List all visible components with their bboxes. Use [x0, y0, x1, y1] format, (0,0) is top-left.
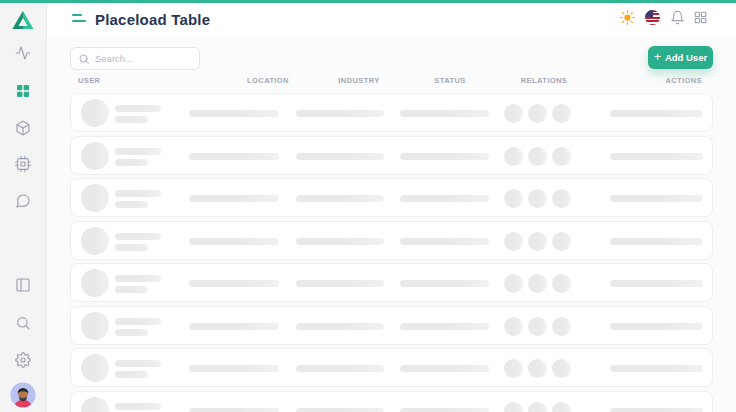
activity-icon: [15, 45, 31, 61]
name-skeleton: [115, 403, 161, 410]
search-input[interactable]: [95, 48, 195, 69]
apps-grid-icon: [693, 10, 708, 25]
search-icon: [78, 53, 90, 65]
relation-skeleton: [552, 274, 571, 293]
relation-skeleton: [528, 147, 547, 166]
subtitle-skeleton: [115, 244, 148, 251]
table-body: [70, 93, 713, 412]
industry-skeleton: [296, 323, 384, 330]
name-skeleton: [115, 190, 161, 197]
location-skeleton: [189, 238, 279, 245]
actions-skeleton: [610, 195, 703, 202]
column-header-industry: INDUSTRY: [338, 76, 379, 85]
relation-skeleton: [528, 104, 547, 123]
status-skeleton: [400, 153, 489, 160]
industry-skeleton: [296, 153, 384, 160]
location-skeleton: [189, 408, 279, 412]
relation-skeleton: [528, 402, 547, 412]
notifications-button[interactable]: [668, 8, 686, 26]
industry-skeleton: [296, 365, 384, 372]
language-selector[interactable]: [643, 8, 661, 26]
add-user-label: Add User: [665, 52, 707, 63]
subtitle-skeleton: [115, 201, 148, 208]
subtitle-skeleton: [115, 116, 148, 123]
theme-toggle-button[interactable]: [618, 8, 636, 26]
add-user-button[interactable]: + Add User: [648, 46, 713, 69]
table-row: [70, 93, 713, 132]
relation-skeleton: [552, 232, 571, 251]
table-row: [70, 221, 713, 260]
location-skeleton: [189, 280, 279, 287]
industry-skeleton: [296, 195, 384, 202]
actions-skeleton: [610, 365, 703, 372]
column-header-user: USER: [78, 76, 100, 85]
search-box: [70, 47, 200, 70]
dashboard-grid-icon: [15, 83, 31, 99]
main-content: + Add User USER LOCATION INDUSTRY STATUS…: [47, 36, 736, 412]
cube-icon: [15, 120, 31, 136]
sidebar: [0, 3, 47, 412]
name-skeleton: [115, 148, 161, 155]
relation-skeleton: [504, 189, 523, 208]
column-header-relations: RELATIONS: [521, 76, 567, 85]
relation-skeleton: [504, 359, 523, 378]
sidebar-item-dashboards[interactable]: [14, 82, 32, 100]
relation-skeleton: [504, 104, 523, 123]
relation-skeleton: [504, 274, 523, 293]
avatar-skeleton: [81, 227, 109, 255]
relation-skeleton: [528, 274, 547, 293]
sidebar-item-messages[interactable]: [14, 192, 32, 210]
avatar-skeleton: [81, 397, 109, 412]
hamburger-menu-icon[interactable]: [72, 13, 87, 26]
app-logo[interactable]: [11, 8, 35, 32]
chat-bubble-icon: [15, 193, 31, 209]
actions-skeleton: [610, 110, 703, 117]
subtitle-skeleton: [115, 371, 148, 378]
table-row: [70, 306, 713, 345]
avatar-skeleton: [81, 312, 109, 340]
table-row: [70, 391, 713, 412]
relation-skeleton: [552, 104, 571, 123]
sidebar-item-activity[interactable]: [14, 44, 32, 62]
page-header: Placeload Table: [47, 3, 736, 36]
actions-skeleton: [610, 323, 703, 330]
us-flag-icon: [645, 10, 660, 25]
relation-skeleton: [552, 317, 571, 336]
industry-skeleton: [296, 238, 384, 245]
status-skeleton: [400, 195, 489, 202]
location-skeleton: [189, 195, 279, 202]
search-icon: [15, 315, 31, 331]
relation-skeleton: [528, 359, 547, 378]
relation-skeleton: [528, 232, 547, 251]
sidebar-item-panels[interactable]: [14, 276, 32, 294]
quick-apps-button[interactable]: [691, 8, 709, 26]
subtitle-skeleton: [115, 329, 148, 336]
table-row: [70, 263, 713, 302]
bell-icon: [670, 10, 685, 25]
column-header-status: STATUS: [434, 76, 465, 85]
relation-skeleton: [504, 147, 523, 166]
sun-icon: [620, 10, 635, 25]
gear-icon: [15, 352, 31, 368]
name-skeleton: [115, 275, 161, 282]
table-header-row: USER LOCATION INDUSTRY STATUS RELATIONS …: [47, 76, 736, 90]
sidebar-item-settings[interactable]: [14, 351, 32, 369]
actions-skeleton: [610, 238, 703, 245]
column-header-location: LOCATION: [247, 76, 289, 85]
industry-skeleton: [296, 408, 384, 412]
relation-skeleton: [504, 232, 523, 251]
user-avatar-image: [11, 383, 36, 408]
page-title: Placeload Table: [95, 11, 210, 28]
user-avatar[interactable]: [11, 383, 36, 408]
name-skeleton: [115, 360, 161, 367]
location-skeleton: [189, 323, 279, 330]
actions-skeleton: [610, 153, 703, 160]
sidebar-item-search[interactable]: [14, 314, 32, 332]
avatar-skeleton: [81, 184, 109, 212]
name-skeleton: [115, 318, 161, 325]
sidebar-item-elements[interactable]: [14, 155, 32, 173]
subtitle-skeleton: [115, 286, 148, 293]
sidebar-item-components[interactable]: [14, 119, 32, 137]
relation-skeleton: [504, 402, 523, 412]
relation-skeleton: [504, 317, 523, 336]
